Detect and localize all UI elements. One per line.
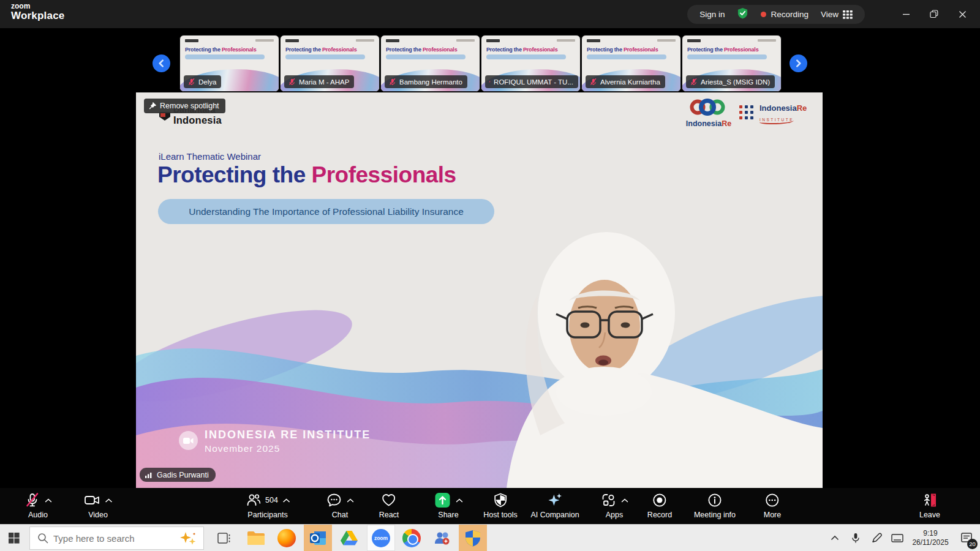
- participant-name-badge: Maria M - AHAP: [284, 75, 354, 88]
- windows-logo-icon: [9, 533, 20, 544]
- search-highlights-stars-icon: [178, 530, 198, 546]
- task-view-button[interactable]: [210, 525, 238, 551]
- participant-filmstrip: Protecting the Professionals Delya Prote…: [0, 28, 980, 92]
- task-view-icon: [217, 533, 231, 544]
- participant-name-badge: ROFIQUL UMMAT - TU...: [485, 75, 578, 88]
- chat-options-chevron[interactable]: [347, 498, 354, 503]
- share-button[interactable]: Share: [434, 491, 463, 519]
- search-icon: [37, 533, 48, 544]
- more-ellipsis-icon: [764, 492, 780, 508]
- indonesia-re-institute-logo: IndonesiaRe INSTITUTE: [739, 103, 807, 124]
- slide-kicker: iLearn Thematic Webinar: [159, 151, 261, 162]
- taskbar-clock[interactable]: 9:19 26/11/2025: [908, 529, 953, 547]
- contacts-app-icon: [434, 530, 451, 546]
- info-icon: [707, 492, 723, 508]
- tray-pen-button[interactable]: [866, 533, 887, 544]
- heart-icon: [381, 492, 397, 508]
- host-tools-button[interactable]: Host tools: [483, 491, 518, 519]
- participant-thumbnail[interactable]: Protecting the Professionals ROFIQUL UMM…: [481, 35, 581, 92]
- touch-keyboard-button[interactable]: [887, 533, 908, 543]
- zoom-workplace-logo: zoom Workplace: [11, 2, 64, 22]
- muted-mic-icon: [489, 78, 491, 86]
- participant-thumbnail[interactable]: Protecting the Professionals Maria M - A…: [280, 35, 380, 92]
- recording-dot-icon: [761, 12, 766, 17]
- mini-slide-subtitle-bar: [185, 54, 265, 59]
- remove-spotlight-label: Remove spotlight: [160, 102, 219, 110]
- pin-icon: [149, 102, 156, 110]
- record-icon: [652, 492, 668, 508]
- windows-security-button[interactable]: [459, 525, 487, 551]
- ai-companion-sparkle-icon: [546, 492, 564, 509]
- video-thumbnails: Protecting the Professionals Delya Prote…: [179, 35, 782, 92]
- zoom-app-button[interactable]: zoom: [367, 525, 395, 551]
- participant-name-badge: Delya: [184, 75, 221, 88]
- audio-button[interactable]: Audio: [24, 491, 52, 519]
- system-tray: 9:19 26/11/2025 20: [824, 525, 980, 551]
- slide-subtitle: Understanding The Importance of Professi…: [158, 199, 494, 224]
- indonesia-re-logo: IndonesiaRe: [683, 99, 734, 128]
- participant-thumbnail[interactable]: Protecting the Professionals Bambang Her…: [380, 35, 480, 92]
- video-options-chevron[interactable]: [105, 498, 112, 503]
- remove-spotlight-button[interactable]: Remove spotlight: [144, 99, 225, 113]
- more-button[interactable]: More: [764, 491, 781, 519]
- chat-button[interactable]: Chat: [326, 491, 354, 519]
- file-explorer-icon: [247, 531, 265, 545]
- share-options-chevron[interactable]: [456, 498, 463, 503]
- action-center-button[interactable]: 20: [953, 532, 980, 544]
- start-button[interactable]: [9, 533, 20, 546]
- search-input[interactable]: [48, 533, 178, 544]
- react-button[interactable]: React: [379, 491, 399, 519]
- meeting-toolbar: Audio Video 504: [0, 488, 980, 524]
- apps-options-chevron[interactable]: [622, 498, 628, 503]
- google-drive-button[interactable]: [335, 525, 363, 551]
- filmstrip-next-button[interactable]: [790, 54, 807, 72]
- muted-mic-icon: [388, 78, 396, 86]
- notification-count-badge: 20: [967, 539, 978, 549]
- chrome-icon: [402, 529, 421, 547]
- audio-options-chevron[interactable]: [45, 498, 52, 503]
- recording-indicator[interactable]: Recording: [761, 10, 809, 19]
- meeting-info-button[interactable]: Meeting info: [694, 491, 736, 519]
- clock-time: 9:19: [908, 529, 953, 538]
- participant-thumbnail[interactable]: Protecting the Professionals Delya: [179, 35, 279, 92]
- file-explorer-button[interactable]: [242, 525, 270, 551]
- clock-date: 26/11/2025: [908, 538, 953, 547]
- firefox-button[interactable]: [273, 525, 301, 551]
- mini-slide-logos-right: [255, 39, 274, 42]
- tray-microphone-button[interactable]: [845, 533, 866, 544]
- participant-thumbnail[interactable]: Protecting the Professionals Ariesta_S (…: [682, 35, 782, 92]
- tray-expand-button[interactable]: [824, 535, 845, 541]
- record-button[interactable]: Record: [647, 491, 672, 519]
- slide-footer-brand: INDONESIA RE INSTITUTE November 2025: [179, 429, 371, 454]
- outlook-button[interactable]: [304, 525, 332, 551]
- apps-button[interactable]: Apps: [601, 491, 628, 519]
- leave-door-icon: [922, 492, 938, 508]
- institute-dots-icon: [739, 105, 755, 124]
- view-button[interactable]: View: [821, 10, 853, 19]
- taskbar-search[interactable]: [29, 527, 204, 550]
- participants-button[interactable]: 504 Participants: [246, 491, 290, 519]
- chrome-button[interactable]: [398, 525, 426, 551]
- tray-mic-icon: [851, 533, 860, 544]
- host-tools-shield-icon: [492, 492, 508, 508]
- muted-mic-icon: [288, 78, 296, 86]
- sign-in-button[interactable]: Sign in: [699, 10, 725, 19]
- connection-signal-icon: [145, 471, 153, 479]
- title-bar-controls: Sign in Recording View: [687, 5, 865, 24]
- leave-button[interactable]: Leave: [919, 491, 940, 519]
- participant-thumbnail[interactable]: Protecting the Professionals Alvernia Ku…: [581, 35, 681, 92]
- indonesia-re-rings-icon: [687, 99, 730, 116]
- contacts-app-button[interactable]: [428, 525, 456, 551]
- participant-name-badge: Alvernia Kurniartha: [586, 75, 665, 88]
- filmstrip-previous-button[interactable]: [153, 54, 170, 72]
- ai-companion-button[interactable]: AI Companion: [530, 491, 579, 519]
- apps-icon: [601, 492, 617, 508]
- close-button[interactable]: [948, 5, 976, 23]
- minimize-button[interactable]: [892, 5, 920, 23]
- window-title-bar: zoom Workplace Sign in Recording View: [0, 0, 980, 28]
- participants-options-chevron[interactable]: [283, 498, 290, 503]
- camera-icon: [179, 431, 198, 450]
- encryption-shield-icon: [737, 7, 748, 21]
- restore-button[interactable]: [920, 5, 948, 23]
- video-button[interactable]: Video: [84, 491, 112, 519]
